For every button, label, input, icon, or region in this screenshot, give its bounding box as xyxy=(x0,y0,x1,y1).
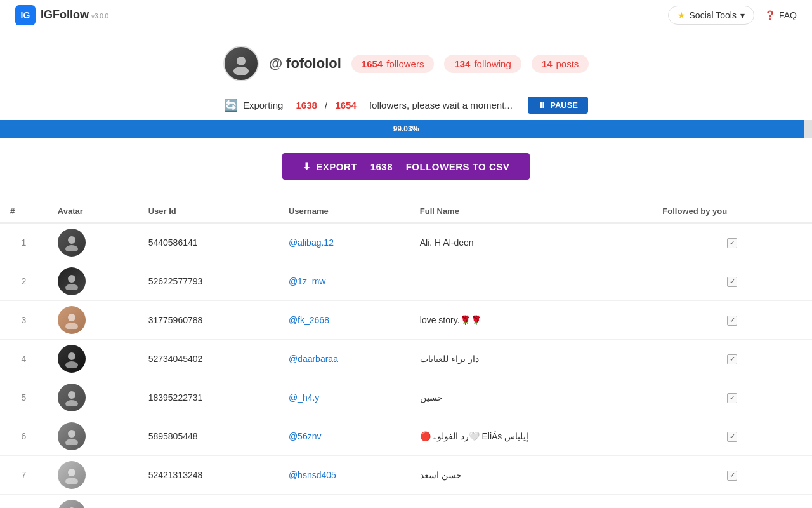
cell-full-name: حسين xyxy=(410,378,653,417)
posts-badge: 14 posts xyxy=(532,55,589,73)
cell-num: 3 xyxy=(0,301,48,340)
cell-username[interactable]: @1z_mw xyxy=(278,262,410,301)
pause-label: PAUSE xyxy=(550,100,578,110)
cell-username[interactable]: @56znv xyxy=(278,417,410,456)
faq-label: FAQ xyxy=(779,10,797,20)
progress-label: 99.03% xyxy=(393,124,419,133)
export-btn-prefix: EXPORT xyxy=(316,161,357,172)
cell-username[interactable]: @fk_2668 xyxy=(278,301,410,340)
svg-point-9 xyxy=(65,361,78,368)
cell-username[interactable]: @z.m0hm xyxy=(278,495,410,509)
svg-point-5 xyxy=(65,284,78,290)
cell-num: 7 xyxy=(0,456,48,495)
export-csv-button[interactable]: ⬇ EXPORT 1638 FOLLOWERS TO CSV xyxy=(282,153,530,180)
cell-full-name: دار براء للعبايات xyxy=(410,340,653,378)
cell-user-id: 52734045402 xyxy=(138,340,278,378)
cell-followed: ✓ xyxy=(652,456,812,495)
svg-point-13 xyxy=(65,439,78,445)
cell-followed: ✓ xyxy=(652,417,812,456)
cell-avatar xyxy=(48,417,138,456)
avatar-icon xyxy=(63,272,81,290)
cell-avatar xyxy=(48,262,138,301)
col-user-id: User Id xyxy=(138,200,278,223)
svg-point-0 xyxy=(237,57,246,65)
avatar-icon xyxy=(63,427,81,445)
avatar-image xyxy=(58,384,86,411)
svg-point-6 xyxy=(68,314,75,321)
username-link[interactable]: @1z_mw xyxy=(289,276,326,286)
export-csv-container: ⬇ EXPORT 1638 FOLLOWERS TO CSV xyxy=(0,138,812,200)
pause-button[interactable]: ⏸ PAUSE xyxy=(528,97,588,114)
cell-user-id: 53575992939 xyxy=(138,495,278,509)
logo-text: IGFollow xyxy=(41,8,89,21)
username-link[interactable]: @_h4.y xyxy=(289,392,319,403)
cell-avatar xyxy=(48,340,138,378)
download-icon: ⬇ xyxy=(303,161,311,172)
progress-container: 99.03% xyxy=(0,120,812,138)
export-current: 1638 xyxy=(296,100,317,110)
cell-avatar xyxy=(48,495,138,509)
cell-followed: ✓ xyxy=(652,301,812,340)
followed-checkbox[interactable]: ✓ xyxy=(727,238,737,248)
followed-checkbox[interactable]: ✓ xyxy=(727,316,737,326)
svg-point-4 xyxy=(68,275,75,283)
at-symbol: @ xyxy=(269,55,282,72)
cell-username[interactable]: @alibag.12 xyxy=(278,223,410,262)
table-body: 1 5440586141 @alibag.12 Ali. H Al-deen ✓… xyxy=(0,223,812,508)
svg-point-7 xyxy=(65,323,78,329)
username-link[interactable]: @alibag.12 xyxy=(289,237,334,248)
social-tools-button[interactable]: ★ Social Tools ▾ xyxy=(668,6,754,25)
avatar-image xyxy=(58,229,86,257)
question-icon: ❓ xyxy=(764,10,775,20)
cell-num: 5 xyxy=(0,378,48,417)
export-btn-suffix: FOLLOWERS TO CSV xyxy=(406,161,510,172)
col-avatar: Avatar xyxy=(48,200,138,223)
followers-table-container: # Avatar User Id Username Full Name Foll… xyxy=(0,200,812,508)
cell-username[interactable]: @_h4.y xyxy=(278,378,410,417)
cell-followed: ✓ xyxy=(652,262,812,301)
cell-user-id: 5440586141 xyxy=(138,223,278,262)
following-count: 134 xyxy=(454,58,470,69)
followed-checkbox[interactable]: ✓ xyxy=(727,393,737,403)
table-header: # Avatar User Id Username Full Name Foll… xyxy=(0,200,812,223)
followed-checkbox[interactable]: ✓ xyxy=(727,354,737,364)
cell-full-name: Ali. H Al-deen xyxy=(410,223,653,262)
avatar-icon xyxy=(63,389,81,406)
avatar-image xyxy=(58,500,86,508)
username-link[interactable]: @fk_2668 xyxy=(289,315,329,325)
followed-checkbox[interactable]: ✓ xyxy=(727,432,737,442)
refresh-icon: 🔄 xyxy=(224,98,238,112)
faq-button[interactable]: ❓ FAQ xyxy=(764,10,797,20)
export-text-suffix: followers, please wait a moment... xyxy=(369,100,513,110)
avatar-icon xyxy=(63,311,81,329)
svg-point-15 xyxy=(65,478,78,484)
table-row: 3 31775960788 @fk_2668 love story.🌹🌹 ✓ xyxy=(0,301,812,340)
username-area: @ fofololol xyxy=(269,55,341,72)
col-username: Username xyxy=(278,200,410,223)
followers-label: followers xyxy=(386,58,424,69)
table-row: 7 52421313248 @hsnsd405 حسن اسعد ✓ xyxy=(0,456,812,495)
username-link[interactable]: @hsnsd405 xyxy=(289,470,336,480)
social-tools-label: Social Tools xyxy=(690,10,737,20)
avatar-icon xyxy=(63,350,81,368)
cell-username[interactable]: @hsnsd405 xyxy=(278,456,410,495)
followed-checkbox[interactable]: ✓ xyxy=(727,277,737,287)
svg-point-8 xyxy=(68,352,75,360)
header-right: ★ Social Tools ▾ ❓ FAQ xyxy=(668,6,797,25)
svg-point-3 xyxy=(65,245,78,251)
svg-point-14 xyxy=(68,469,75,476)
avatar-icon xyxy=(63,234,81,251)
followed-checkbox[interactable]: ✓ xyxy=(727,471,737,481)
cell-user-id: 5895805448 xyxy=(138,417,278,456)
profile-section: @ fofololol 1654 followers 134 following… xyxy=(0,30,812,91)
chevron-down-icon: ▾ xyxy=(740,10,745,20)
pause-icon: ⏸ xyxy=(538,100,546,110)
cell-username[interactable]: @daarbaraa xyxy=(278,340,410,378)
cell-user-id: 31775960788 xyxy=(138,301,278,340)
cell-full-name: حسن اسعد xyxy=(410,456,653,495)
username-link[interactable]: @daarbaraa xyxy=(289,354,338,364)
cell-full-name: 🔥 ثواني 🔥 xyxy=(410,495,653,509)
cell-followed: ✓ xyxy=(652,495,812,509)
username-link[interactable]: @56znv xyxy=(289,431,322,441)
following-label: following xyxy=(474,58,511,69)
